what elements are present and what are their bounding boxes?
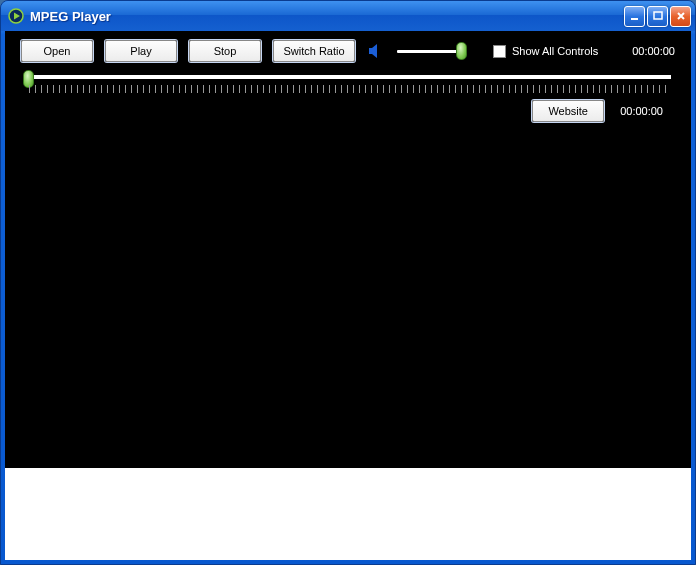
bottom-panel	[5, 468, 691, 560]
open-button[interactable]: Open	[21, 40, 93, 62]
window-title: MPEG Player	[30, 9, 624, 24]
video-area	[5, 125, 691, 468]
seek-ticks	[29, 85, 667, 93]
time-display-top: 00:00:00	[632, 45, 675, 57]
seek-track	[25, 75, 671, 79]
minimize-button[interactable]	[624, 6, 645, 27]
seek-bar[interactable]	[5, 71, 691, 97]
show-all-controls-label: Show All Controls	[512, 45, 598, 57]
app-icon	[8, 8, 24, 24]
titlebar[interactable]: MPEG Player	[1, 1, 695, 31]
close-button[interactable]	[670, 6, 691, 27]
website-button[interactable]: Website	[532, 100, 604, 122]
app-window: MPEG Player Open Play Stop Switch Ratio	[0, 0, 696, 565]
svg-rect-2	[631, 18, 638, 20]
show-all-controls-wrap[interactable]: Show All Controls	[493, 45, 598, 58]
maximize-button[interactable]	[647, 6, 668, 27]
client-area: Open Play Stop Switch Ratio Show All Con…	[5, 31, 691, 560]
time-display-bottom: 00:00:00	[620, 105, 663, 117]
volume-slider[interactable]	[397, 42, 467, 60]
window-controls	[624, 6, 691, 27]
stop-button[interactable]: Stop	[189, 40, 261, 62]
switch-ratio-button[interactable]: Switch Ratio	[273, 40, 355, 62]
svg-rect-3	[654, 12, 662, 19]
show-all-controls-checkbox[interactable]	[493, 45, 506, 58]
toolbar: Open Play Stop Switch Ratio Show All Con…	[5, 31, 691, 71]
play-button[interactable]: Play	[105, 40, 177, 62]
volume-icon	[367, 42, 385, 60]
volume-thumb[interactable]	[456, 42, 467, 60]
secondary-row: Website 00:00:00	[5, 97, 691, 125]
